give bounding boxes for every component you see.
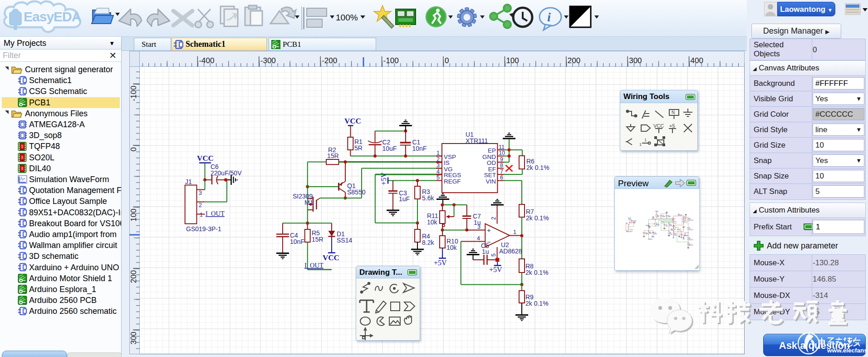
svg-text:N: N [672,110,675,115]
svg-text:i: i [547,10,551,24]
svg-text:1: 1 [639,142,642,147]
svg-text:EasyEDA: EasyEDA [24,9,81,24]
svg-text:1: 1 [644,138,647,142]
svg-text:VCC: VCC [653,123,664,129]
svg-text:+5: +5 [669,123,675,129]
svg-text:100%: 100% [336,13,358,22]
